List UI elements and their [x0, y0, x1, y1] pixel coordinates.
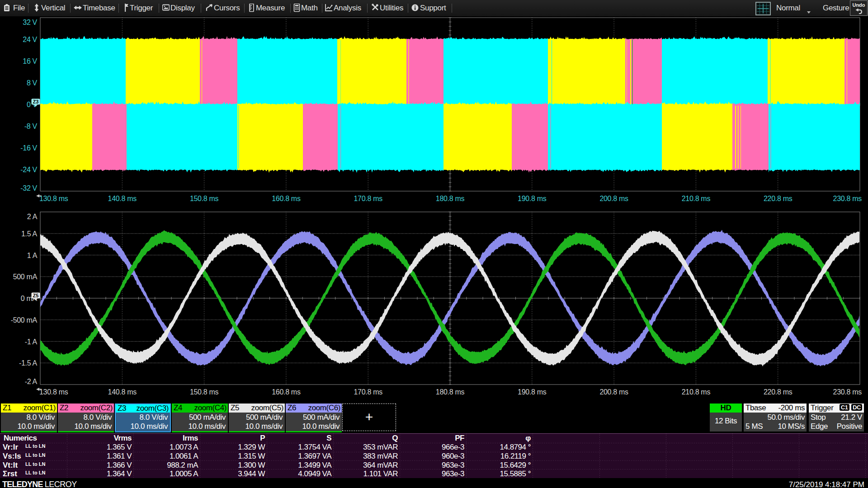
svg-text:230.8 ms: 230.8 ms — [833, 195, 862, 202]
svg-text:1.5 A: 1.5 A — [21, 230, 38, 238]
svg-text:130.8 ms: 130.8 ms — [39, 388, 68, 396]
svg-text:190.8 ms: 190.8 ms — [518, 195, 547, 202]
svg-text:8 V: 8 V — [27, 79, 38, 87]
svg-text:230.8 ms: 230.8 ms — [833, 388, 862, 396]
svg-text:210.8 ms: 210.8 ms — [682, 388, 711, 396]
svg-text:-1 A: -1 A — [25, 338, 38, 346]
svg-text:150.8 ms: 150.8 ms — [190, 195, 219, 202]
svg-text:Z3: Z3 — [33, 99, 39, 104]
svg-text:32 V: 32 V — [23, 19, 37, 26]
svg-text:Z5: Z5 — [33, 293, 39, 298]
svg-text:1 A: 1 A — [27, 252, 38, 259]
svg-text:-24 V: -24 V — [20, 166, 37, 174]
svg-text:-2 A: -2 A — [25, 378, 38, 385]
svg-text:500 mA: 500 mA — [13, 273, 38, 281]
svg-text:24 V: 24 V — [23, 36, 37, 43]
svg-text:160.8 ms: 160.8 ms — [272, 388, 301, 396]
svg-text:200.8 ms: 200.8 ms — [599, 388, 628, 396]
svg-text:-16 V: -16 V — [20, 144, 37, 152]
svg-text:180.8 ms: 180.8 ms — [436, 195, 465, 202]
svg-text:170.8 ms: 170.8 ms — [354, 388, 382, 396]
svg-text:-8 V: -8 V — [24, 122, 38, 130]
svg-text:140.8 ms: 140.8 ms — [108, 195, 137, 202]
svg-text:-1.5 A: -1.5 A — [19, 359, 38, 367]
svg-text:200.8 ms: 200.8 ms — [599, 195, 628, 202]
svg-text:160.8 ms: 160.8 ms — [272, 195, 301, 202]
svg-text:16 V: 16 V — [23, 57, 37, 65]
svg-text:-32 V: -32 V — [20, 184, 37, 192]
svg-text:190.8 ms: 190.8 ms — [518, 388, 547, 396]
svg-text:150.8 ms: 150.8 ms — [190, 388, 219, 396]
svg-text:220.8 ms: 220.8 ms — [764, 388, 793, 396]
svg-text:2 A: 2 A — [27, 213, 38, 221]
svg-text:-500 mA: -500 mA — [11, 316, 38, 324]
svg-text:210.8 ms: 210.8 ms — [682, 195, 711, 202]
svg-text:220.8 ms: 220.8 ms — [764, 195, 793, 202]
svg-text:130.8 ms: 130.8 ms — [39, 195, 68, 202]
svg-text:170.8 ms: 170.8 ms — [354, 195, 382, 202]
svg-text:140.8 ms: 140.8 ms — [108, 388, 137, 396]
svg-text:180.8 ms: 180.8 ms — [436, 388, 465, 396]
